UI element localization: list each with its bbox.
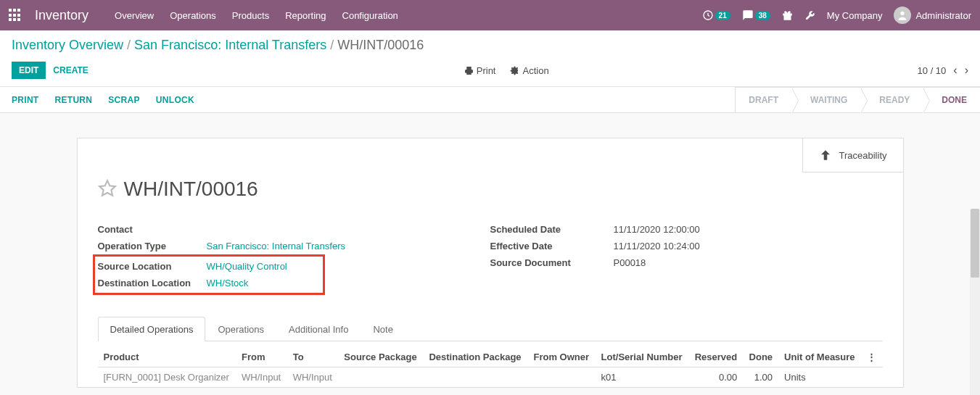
scrollbar[interactable]: [970, 209, 980, 395]
table-row[interactable]: [FURN_0001] Desk Organizer WH/Input WH/I…: [98, 367, 883, 388]
pager-text: 10 / 10: [918, 65, 947, 76]
breadcrumb-link-1[interactable]: Inventory Overview: [12, 38, 123, 52]
effective-date-value: 11/11/2020 10:24:00: [614, 241, 700, 251]
status-ready[interactable]: READY: [860, 87, 923, 113]
effective-date-label: Effective Date: [490, 241, 614, 251]
app-brand: Inventory: [35, 8, 88, 23]
source-document-label: Source Document: [490, 257, 614, 268]
cell-owner: [527, 367, 595, 388]
pager: 10 / 10 ‹ ›: [918, 64, 968, 77]
breadcrumb: Inventory Overview / San Francisco: Inte…: [12, 38, 968, 53]
pager-prev[interactable]: ‹: [953, 64, 957, 77]
top-nav: Overview Operations Products Reporting C…: [115, 10, 702, 21]
nav-reporting[interactable]: Reporting: [285, 10, 326, 21]
scheduled-date-value: 11/11/2020 12:00:00: [614, 224, 700, 235]
col-from[interactable]: From: [236, 347, 287, 367]
nav-products[interactable]: Products: [232, 10, 269, 21]
gear-icon: [510, 66, 519, 75]
col-destination-package[interactable]: Destination Package: [423, 347, 527, 367]
col-source-package[interactable]: Source Package: [338, 347, 423, 367]
col-uom[interactable]: Unit of Measure: [778, 347, 861, 367]
cell-dst-pkg: [423, 367, 527, 388]
breadcrumb-current: WH/INT/00016: [337, 38, 424, 52]
destination-location-value[interactable]: WH/Stock: [207, 278, 249, 288]
destination-location-label: Destination Location: [98, 278, 207, 288]
messages-badge: 38: [755, 11, 770, 20]
contact-label: Contact: [98, 224, 207, 235]
record-title: WH/INT/00016: [124, 178, 258, 201]
breadcrumb-link-2[interactable]: San Francisco: Internal Transfers: [134, 38, 326, 52]
highlight-annotation: Source Location WH/Quality Control Desti…: [93, 254, 325, 295]
tab-operations[interactable]: Operations: [205, 317, 276, 341]
cell-done: 1.00: [743, 367, 778, 388]
nav-overview[interactable]: Overview: [115, 10, 154, 21]
cell-uom: Units: [778, 367, 861, 388]
print-button[interactable]: PRINT: [12, 95, 39, 105]
printer-icon: [464, 66, 474, 75]
avatar-icon: [894, 7, 911, 24]
activities-icon[interactable]: 21: [702, 9, 730, 21]
scheduled-date-label: Scheduled Date: [490, 224, 614, 235]
activities-badge: 21: [715, 11, 730, 20]
tab-note[interactable]: Note: [361, 317, 405, 341]
cell-reserved: 0.00: [688, 367, 743, 388]
status-draft[interactable]: DRAFT: [735, 87, 791, 113]
nav-configuration[interactable]: Configuration: [342, 10, 398, 21]
svg-point-1: [901, 12, 905, 15]
unlock-button[interactable]: UNLOCK: [156, 95, 194, 105]
star-icon[interactable]: [98, 179, 117, 200]
topbar: Inventory Overview Operations Products R…: [0, 0, 980, 30]
scrollbar-thumb[interactable]: [971, 209, 979, 278]
status-done[interactable]: DONE: [923, 87, 980, 113]
form-sheet: Traceability WH/INT/00016 Contact: [77, 138, 904, 388]
gift-icon[interactable]: [782, 10, 793, 21]
source-location-value[interactable]: WH/Quality Control: [207, 261, 287, 272]
topbar-right: 21 38 My Company Administrator: [702, 7, 971, 24]
user-menu[interactable]: Administrator: [894, 7, 971, 24]
operation-type-value[interactable]: San Francisco: Internal Transfers: [207, 241, 345, 251]
cell-lot: k01: [596, 367, 689, 388]
col-from-owner[interactable]: From Owner: [527, 347, 595, 367]
optional-columns-icon[interactable]: ⋮: [861, 347, 882, 367]
status-bar: DRAFT WAITING READY DONE: [735, 87, 980, 113]
user-name: Administrator: [915, 10, 971, 21]
print-dropdown[interactable]: Print: [464, 65, 496, 76]
edit-button[interactable]: EDIT: [12, 62, 46, 79]
source-location-label: Source Location: [98, 261, 207, 272]
pager-next[interactable]: ›: [965, 64, 968, 77]
col-done[interactable]: Done: [743, 347, 778, 367]
col-lot[interactable]: Lot/Serial Number: [596, 347, 689, 367]
cell-to: WH/Input: [287, 367, 339, 388]
source-document-value: P00018: [614, 257, 646, 268]
up-arrow-icon: [819, 149, 832, 162]
scrap-button[interactable]: SCRAP: [108, 95, 140, 105]
traceability-button[interactable]: Traceability: [802, 138, 904, 172]
secondary-toolbar: PRINT RETURN SCRAP UNLOCK DRAFT WAITING …: [0, 87, 980, 113]
tab-additional-info[interactable]: Additional Info: [276, 317, 361, 341]
svg-marker-3: [99, 180, 115, 196]
wrench-icon[interactable]: [804, 10, 815, 21]
cell-product: [FURN_0001] Desk Organizer: [98, 367, 236, 388]
col-to[interactable]: To: [287, 347, 339, 367]
notebook-tabs: Detailed Operations Operations Additiona…: [98, 317, 883, 341]
operation-type-label: Operation Type: [98, 241, 207, 251]
return-button[interactable]: RETURN: [55, 95, 93, 105]
messages-icon[interactable]: 38: [742, 9, 770, 21]
company-label[interactable]: My Company: [827, 10, 883, 21]
nav-operations[interactable]: Operations: [170, 10, 216, 21]
create-button[interactable]: CREATE: [46, 62, 95, 79]
tab-detailed-operations[interactable]: Detailed Operations: [98, 317, 206, 341]
col-reserved[interactable]: Reserved: [688, 347, 743, 367]
move-lines-grid: Product From To Source Package Destinati…: [98, 347, 883, 387]
cell-from: WH/Input: [236, 367, 287, 388]
col-product[interactable]: Product: [98, 347, 236, 367]
apps-icon[interactable]: [9, 9, 22, 22]
cell-src-pkg: [338, 367, 423, 388]
control-panel: Inventory Overview / San Francisco: Inte…: [0, 30, 980, 87]
action-dropdown[interactable]: Action: [510, 65, 548, 76]
status-waiting[interactable]: WAITING: [791, 87, 860, 113]
